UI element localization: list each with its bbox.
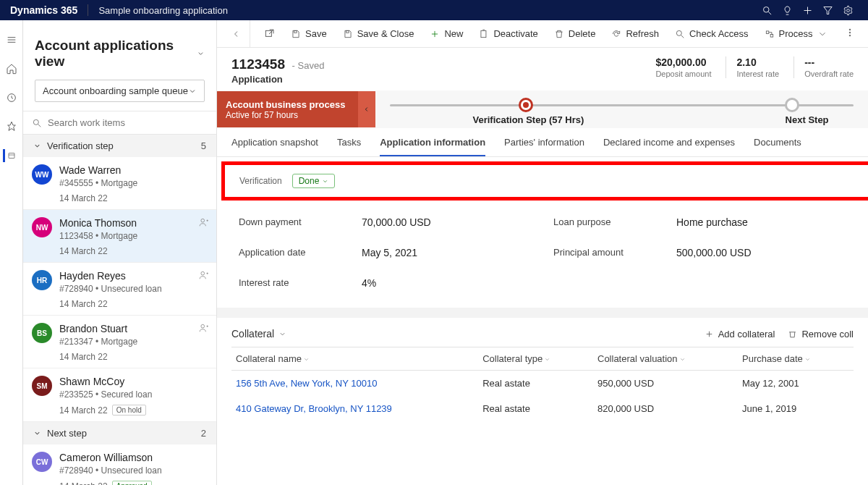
- bp-stage-current[interactable]: Account business process Active for 57 h…: [217, 91, 358, 127]
- search-icon[interactable]: [757, 0, 777, 20]
- delete-button[interactable]: Delete: [547, 24, 603, 43]
- collateral-valuation: 950,000 USD: [593, 371, 738, 397]
- collateral-type: Real astate: [478, 396, 593, 421]
- item-date: 14 March 22: [59, 299, 208, 309]
- assign-icon[interactable]: [199, 323, 209, 335]
- item-meta: #728940 • Unsecured loan: [59, 465, 208, 476]
- pin-icon[interactable]: [5, 120, 18, 133]
- tab-application-information[interactable]: Application information: [380, 137, 485, 156]
- list-item[interactable]: BS Brandon Stuart #213347 • Mortgage 14 …: [23, 316, 216, 368]
- tab-income[interactable]: Declared income and expenses: [603, 137, 735, 156]
- recent-icon[interactable]: [5, 91, 18, 104]
- col-valuation[interactable]: Collateral valuation: [593, 347, 738, 371]
- items-list: Verification step 5 WW Wade Warren #3455…: [23, 135, 216, 485]
- bp-node-current[interactable]: [519, 98, 533, 112]
- remove-collateral-button[interactable]: Remove coll: [788, 329, 854, 340]
- tab-tasks[interactable]: Tasks: [337, 137, 361, 156]
- tips-icon[interactable]: [777, 0, 797, 20]
- save-close-button[interactable]: Save & Close: [336, 24, 422, 43]
- add-icon[interactable]: [797, 0, 817, 20]
- view-title-text: Account applications view: [35, 38, 191, 69]
- record-title: 1123458: [231, 56, 285, 72]
- list-item[interactable]: HR Hayden Reyes #728940 • Unsecured loan…: [23, 263, 216, 316]
- home-icon[interactable]: [5, 62, 18, 75]
- group-label: Next step: [47, 428, 87, 439]
- menu-icon[interactable]: [5, 33, 18, 46]
- list-item[interactable]: WW Wade Warren #345555 • Mortgage 14 Mar…: [23, 157, 216, 210]
- new-button[interactable]: New: [422, 24, 470, 43]
- verification-status-badge[interactable]: Done: [292, 174, 336, 188]
- search-row: [23, 111, 216, 135]
- field-value[interactable]: 70,000.00 USD: [362, 216, 532, 228]
- view-title[interactable]: Account applications view: [35, 38, 205, 69]
- process-button[interactable]: Process: [757, 24, 835, 43]
- avatar: CW: [32, 452, 52, 472]
- collateral-name[interactable]: 156 5th Ave, New York, NY 10010: [231, 371, 478, 397]
- col-name[interactable]: Collateral name: [231, 347, 478, 371]
- tab-documents[interactable]: Documents: [754, 137, 801, 156]
- table-row[interactable]: 410 Gateway Dr, Brooklyn, NY 11239 Real …: [231, 396, 854, 421]
- deactivate-button[interactable]: Deactivate: [472, 24, 545, 43]
- check-access-button[interactable]: Check Access: [668, 24, 756, 43]
- tab-snapshot[interactable]: Application snapshot: [231, 137, 318, 156]
- group-next[interactable]: Next step 2: [23, 422, 216, 444]
- search-icon: [32, 118, 42, 128]
- more-commands[interactable]: [839, 23, 861, 44]
- list-item[interactable]: CW Cameron Williamson #728940 • Unsecure…: [23, 444, 216, 485]
- record-tabs: Application snapshot Tasks Application i…: [217, 128, 868, 157]
- field-value[interactable]: 500,000.00 USD: [676, 247, 846, 258]
- fields-grid: Down payment 70,000.00 USD Loan purpose …: [217, 201, 868, 308]
- save-button[interactable]: Save: [284, 24, 334, 43]
- section-title[interactable]: Collateral: [231, 328, 286, 340]
- field-value[interactable]: Home purchase: [676, 216, 846, 228]
- list-item[interactable]: SM Shawn McCoy #233525 • Secured loan 14…: [23, 368, 216, 422]
- item-meta: #345555 • Mortgage: [59, 178, 208, 188]
- item-meta: 1123458 • Mortgage: [59, 231, 208, 241]
- col-date[interactable]: Purchase date: [738, 347, 854, 371]
- deposit-amount: $20,000.00: [655, 56, 711, 68]
- bp-collapse-button[interactable]: [358, 91, 375, 127]
- assign-icon[interactable]: [199, 217, 209, 229]
- field-value[interactable]: 4%: [362, 277, 532, 289]
- back-button[interactable]: [223, 20, 250, 48]
- left-panel: Account applications view Account onboar…: [23, 20, 217, 485]
- svg-point-38: [849, 32, 851, 33]
- item-name: Wade Warren: [59, 164, 208, 176]
- list-item[interactable]: NW Monica Thomson 1123458 • Mortgage 14 …: [23, 210, 216, 263]
- group-verification[interactable]: Verification step 5: [23, 135, 216, 157]
- refresh-button[interactable]: Refresh: [604, 24, 666, 43]
- command-bar: Save Save & Close New Deactivate Delete …: [217, 20, 868, 48]
- chevron-down-icon: [33, 142, 41, 150]
- popout-icon[interactable]: [263, 28, 275, 40]
- add-collateral-button[interactable]: Add collateral: [705, 329, 775, 340]
- status-badge: On hold: [112, 405, 146, 416]
- bp-label-next: Next Step: [786, 114, 829, 125]
- field-label: Down payment: [239, 216, 340, 228]
- filter-icon[interactable]: [817, 0, 838, 20]
- assign-icon[interactable]: [199, 270, 209, 282]
- workitems-icon[interactable]: [3, 149, 16, 162]
- svg-point-20: [201, 324, 205, 328]
- record-status: - Saved: [292, 60, 325, 71]
- bp-node-next[interactable]: [785, 98, 799, 112]
- settings-icon[interactable]: [838, 0, 858, 20]
- col-type[interactable]: Collateral type: [478, 347, 593, 371]
- business-process-bar: Account business process Active for 57 h…: [217, 90, 868, 128]
- queue-select[interactable]: Account onboarding sample queue: [35, 80, 205, 102]
- table-row[interactable]: 156 5th Ave, New York, NY 10010 Real ast…: [231, 371, 854, 397]
- item-meta: #213347 • Mortgage: [59, 337, 208, 347]
- overdraft-rate: ---: [804, 56, 854, 68]
- avatar: HR: [32, 270, 52, 290]
- field-value[interactable]: May 5, 2021: [362, 247, 532, 258]
- bp-label-current: Verification Step (57 Hrs): [472, 114, 584, 125]
- brand: Dynamics 365: [10, 4, 77, 16]
- top-bar: Dynamics 365 Sample onboarding applicati…: [0, 0, 868, 20]
- chevron-down-icon: [197, 49, 205, 58]
- collateral-name[interactable]: 410 Gateway Dr, Brooklyn, NY 11239: [231, 396, 478, 421]
- main: Save Save & Close New Deactivate Delete …: [217, 20, 868, 485]
- tab-parties[interactable]: Parties' information: [504, 137, 584, 156]
- svg-rect-23: [265, 30, 271, 36]
- search-input[interactable]: [48, 117, 208, 128]
- divider: [88, 4, 88, 16]
- item-date: 14 March 22: [59, 352, 208, 362]
